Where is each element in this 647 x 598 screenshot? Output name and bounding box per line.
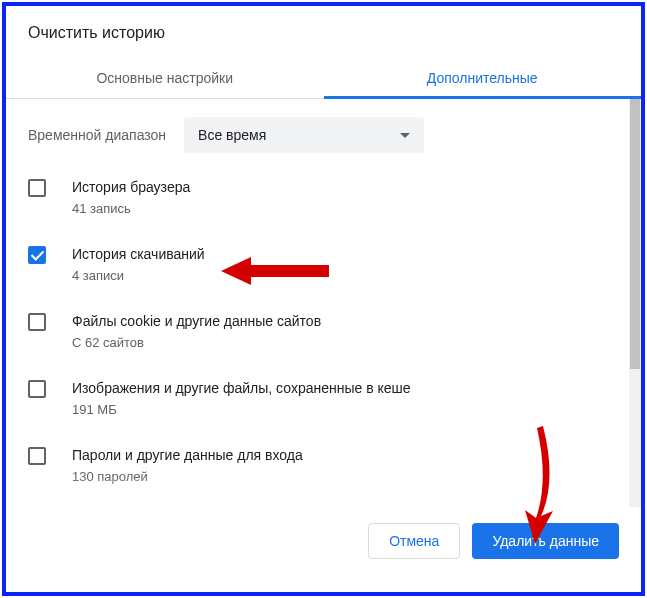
item-title: Файлы cookie и другие данные сайтов [72, 311, 619, 331]
time-range-select[interactable]: Все время [184, 117, 424, 153]
item-subtitle: С 62 сайтов [72, 335, 619, 350]
checkbox[interactable] [28, 447, 46, 465]
time-range-value: Все время [198, 127, 266, 143]
scrollbar-track[interactable] [629, 99, 641, 507]
item-subtitle: 41 запись [72, 201, 619, 216]
item-text: Файлы cookie и другие данные сайтовС 62 … [72, 311, 619, 350]
scrollbar-thumb[interactable] [630, 99, 640, 369]
item-title: Пароли и другие данные для входа [72, 445, 619, 465]
checkbox[interactable] [28, 179, 46, 197]
dialog-title: Очистить историю [6, 6, 641, 56]
checkbox[interactable] [28, 380, 46, 398]
item-title: История скачиваний [72, 244, 619, 264]
dialog-footer: Отмена Удалить данные [6, 507, 641, 577]
list-item: Изображения и другие файлы, сохраненные … [6, 364, 641, 431]
item-text: Пароли и другие данные для входа130 паро… [72, 445, 619, 484]
checkbox[interactable] [28, 246, 46, 264]
cancel-button[interactable]: Отмена [368, 523, 460, 559]
list-item: История браузера41 запись [6, 163, 641, 230]
item-title: История браузера [72, 177, 619, 197]
list-item: История скачиваний4 записи [6, 230, 641, 297]
chevron-down-icon [400, 133, 410, 138]
time-range-label: Временной диапазон [28, 127, 166, 143]
item-subtitle: 130 паролей [72, 469, 619, 484]
item-subtitle: 191 МБ [72, 402, 619, 417]
tab-advanced[interactable]: Дополнительные [324, 56, 642, 98]
item-text: История браузера41 запись [72, 177, 619, 216]
checkbox[interactable] [28, 313, 46, 331]
scroll-area: Временной диапазон Все время История бра… [6, 99, 641, 507]
list-item: Пароли и другие данные для входа130 паро… [6, 431, 641, 498]
item-subtitle: 4 записи [72, 268, 619, 283]
time-range-row: Временной диапазон Все время [6, 99, 641, 163]
tabs: Основные настройки Дополнительные [6, 56, 641, 99]
list-item: Данные для автозаполнения [6, 498, 641, 507]
list-item: Файлы cookie и другие данные сайтовС 62 … [6, 297, 641, 364]
tab-basic[interactable]: Основные настройки [6, 56, 324, 98]
item-text: История скачиваний4 записи [72, 244, 619, 283]
delete-data-button[interactable]: Удалить данные [472, 523, 619, 559]
item-text: Изображения и другие файлы, сохраненные … [72, 378, 619, 417]
item-title: Изображения и другие файлы, сохраненные … [72, 378, 619, 398]
